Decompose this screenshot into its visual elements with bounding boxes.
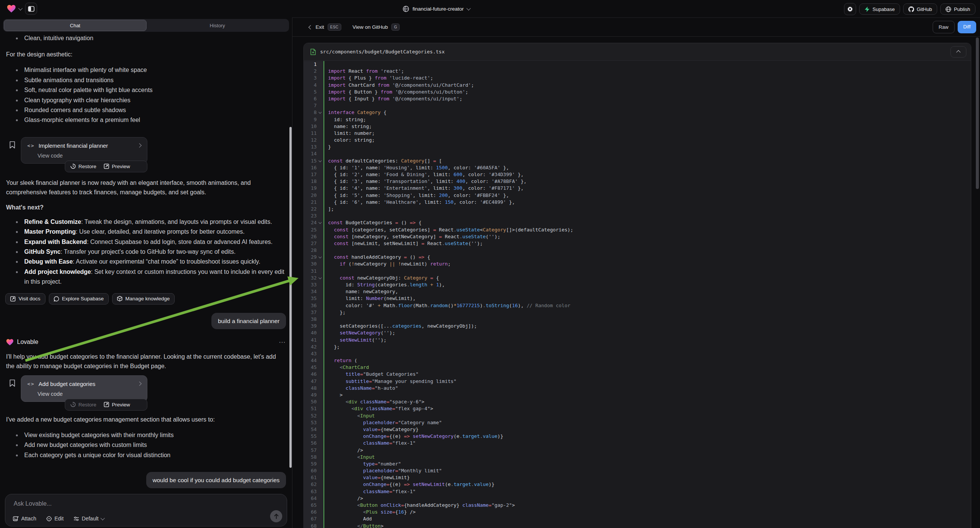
lovable-app: financial-future-creator Supabase GitHub… (0, 0, 980, 528)
restore-button[interactable]: Restore (70, 164, 96, 169)
code-line: 41 setNewLimit(''); (304, 337, 971, 344)
fold-gutter[interactable] (317, 219, 323, 226)
mode-chevron-down-icon (101, 516, 105, 520)
line-number: 18 (304, 178, 317, 185)
project-switcher[interactable]: financial-future-creator (402, 0, 470, 17)
github-button[interactable]: GitHub (903, 3, 937, 15)
design-bullet-list: Minimalist interface with plenty of whit… (6, 65, 286, 125)
fold-gutter (317, 102, 323, 109)
fold-gutter[interactable] (317, 275, 323, 281)
bookmark-icon[interactable] (9, 141, 16, 149)
chat-composer[interactable]: Ask Lovable... Attach Edit Default (5, 494, 287, 526)
target-icon (46, 516, 52, 522)
file-header[interactable]: src/components/budget/BudgetCategories.t… (304, 43, 971, 60)
manage-knowledge-button[interactable]: Manage knowledge (112, 293, 175, 305)
visit-docs-button[interactable]: Visit docs (5, 293, 45, 305)
settings-button[interactable] (844, 3, 856, 15)
version-card-add-budget-categories[interactable]: <> Add budget categories View code (21, 375, 147, 402)
explore-supabase-button[interactable]: Explore Supabase (49, 293, 109, 305)
code-line: 68 </Button> (304, 523, 971, 528)
fold-gutter (317, 454, 323, 461)
message-menu-button[interactable]: ⋯ (279, 338, 286, 346)
code-scrollbar[interactable] (976, 38, 979, 189)
chat-scrollbar[interactable] (290, 127, 292, 468)
code-line: 14 (304, 150, 971, 157)
fold-gutter (317, 385, 323, 392)
code-line: 20 { id: '5', name: 'Shopping', limit: 2… (304, 192, 971, 199)
gear-icon (847, 6, 853, 12)
logo-chevron-down-icon[interactable] (18, 6, 22, 10)
version-card-implement-financial-planner[interactable]: <> Implement financial planner View code (21, 137, 147, 164)
restore-button[interactable]: Restore (70, 402, 96, 407)
sidebar-toggle-button[interactable] (25, 3, 37, 15)
preview-icon (104, 164, 109, 169)
fold-gutter[interactable] (317, 157, 323, 164)
attach-button[interactable]: Attach (13, 515, 37, 522)
line-number: 37 (304, 309, 317, 316)
fold-gutter (317, 288, 323, 295)
visit-docs-label: Visit docs (19, 296, 41, 302)
line-number: 44 (304, 357, 317, 364)
fold-gutter (317, 123, 323, 130)
raw-toggle-button[interactable]: Raw (933, 21, 955, 33)
fold-gutter (317, 364, 323, 371)
chat-history-tabs: Chat History (3, 19, 289, 32)
edit-button[interactable]: Edit (46, 515, 64, 522)
exit-label: Exit (315, 24, 324, 30)
diff-toggle-button[interactable]: Diff (958, 21, 976, 33)
tab-chat[interactable]: Chat (4, 20, 146, 31)
view-on-github-button[interactable]: View on GitHub G (353, 24, 400, 31)
fold-chevron-icon (318, 221, 321, 224)
lovable-heart-logo-icon[interactable] (7, 5, 16, 13)
preview-button[interactable]: Preview (104, 164, 130, 169)
code-editor[interactable]: 12import React from 'react';3import { Pl… (304, 60, 971, 528)
line-number: 49 (304, 392, 317, 398)
whats-next-item: Debug with Ease: Activate our experiment… (11, 257, 286, 267)
code-icon: <> (27, 381, 35, 387)
code-line: 12 color: string; (304, 137, 971, 143)
preview-button[interactable]: Preview (104, 402, 130, 407)
code-line: 63 className="flex-1" (304, 488, 971, 495)
supabase-button[interactable]: Supabase (859, 3, 900, 15)
code-line: 7 (304, 102, 971, 109)
whats-next-list: Refine & Customize: Tweak the design, an… (6, 217, 286, 287)
line-number: 46 (304, 371, 317, 378)
fold-gutter (317, 488, 323, 495)
line-number: 42 (304, 344, 317, 350)
code-line: 26 const [newCategory, setNewCategory] =… (304, 233, 971, 240)
line-number: 15 (304, 157, 317, 164)
file-added-icon (310, 48, 316, 55)
code-line: 32 const newCategoryObj: Category = { (304, 275, 971, 281)
view-code-link[interactable]: View code (38, 153, 141, 159)
exit-button[interactable]: Exit ESC (309, 24, 341, 31)
line-number: 58 (304, 454, 317, 461)
fold-gutter[interactable] (317, 254, 323, 261)
line-number: 66 (304, 509, 317, 515)
fold-gutter (317, 268, 323, 275)
code-line: 34 name: newCategory, (304, 288, 971, 295)
list-item: Glass-morphic elements for a premium fee… (11, 115, 286, 125)
publish-button[interactable]: Publish (940, 3, 975, 15)
help-paragraph: I'll help you add budget categories to t… (6, 352, 286, 371)
fold-gutter (317, 412, 323, 419)
fold-chevron-icon (318, 159, 321, 162)
preview-icon (104, 402, 109, 407)
fold-gutter (317, 185, 323, 192)
code-line: 44 return ( (304, 357, 971, 364)
restore-icon (70, 402, 76, 407)
chevron-up-icon (956, 50, 960, 54)
view-code-link[interactable]: View code (38, 391, 141, 397)
restore-icon (70, 164, 76, 169)
tab-history[interactable]: History (146, 20, 289, 31)
line-number: 17 (304, 171, 317, 178)
send-button[interactable] (270, 510, 282, 522)
line-number: 56 (304, 440, 317, 447)
bookmark-icon[interactable] (9, 379, 16, 387)
chat-input[interactable]: Ask Lovable... (14, 500, 52, 507)
collapse-file-button[interactable] (950, 46, 966, 57)
list-item: Subtle animations and transitions (11, 75, 286, 85)
model-mode-select[interactable]: Default (73, 515, 104, 522)
code-line: 1 (304, 61, 971, 68)
code-line: 50 <div className="space-y-6"> (304, 398, 971, 405)
fold-gutter[interactable] (317, 109, 323, 116)
